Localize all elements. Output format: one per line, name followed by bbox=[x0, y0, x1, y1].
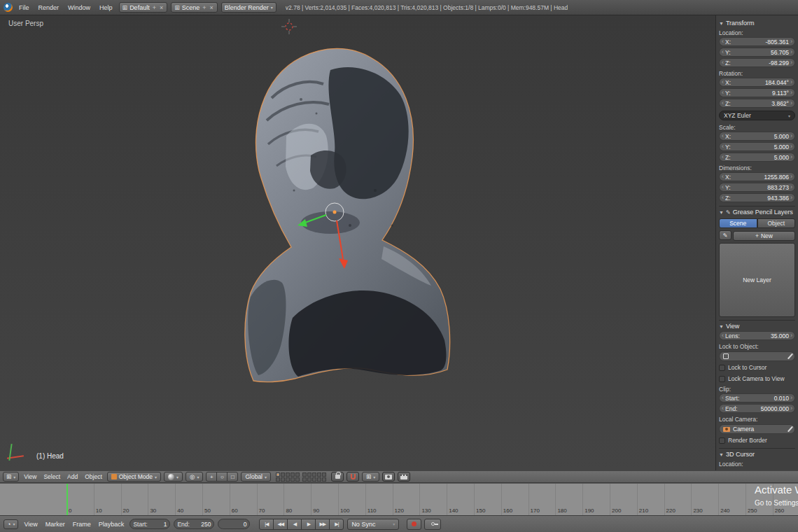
layer-cell[interactable] bbox=[281, 477, 285, 482]
increment-arrow-icon[interactable]: › bbox=[790, 59, 792, 66]
play-button[interactable]: ▶ bbox=[301, 519, 316, 530]
browse-scene-icon[interactable]: ⊞ bbox=[174, 4, 180, 11]
decrement-arrow-icon[interactable]: ‹ bbox=[722, 49, 724, 55]
increment-arrow-icon[interactable]: › bbox=[790, 144, 792, 150]
play-reverse-button[interactable]: ◀ bbox=[287, 519, 302, 530]
av-sync-select[interactable]: No Sync ▾ bbox=[347, 519, 399, 530]
gp-datablock-browse-button[interactable]: ✎ bbox=[719, 230, 732, 240]
layer-cell[interactable] bbox=[322, 472, 326, 477]
clip-end-field[interactable]: ‹ End: 50000.000 › bbox=[719, 404, 795, 413]
menu-playback[interactable]: Playback bbox=[97, 521, 127, 528]
decrement-arrow-icon[interactable]: ‹ bbox=[722, 332, 724, 339]
manipulator-scale-button[interactable]: □ bbox=[227, 472, 238, 482]
opengl-render-animation-button[interactable] bbox=[398, 472, 410, 482]
scale-y-field[interactable]: ‹ Y: 5.000 › bbox=[719, 142, 795, 151]
viewport-3d[interactable]: User Persp (1) Head bbox=[0, 15, 798, 470]
increment-arrow-icon[interactable]: › bbox=[790, 49, 792, 55]
menu-view[interactable]: View bbox=[22, 521, 39, 528]
decrement-arrow-icon[interactable]: ‹ bbox=[722, 174, 724, 180]
frame-start-field[interactable]: Start: 1 bbox=[130, 519, 170, 529]
pivot-select[interactable]: ◎ ▾ bbox=[186, 472, 203, 482]
decrement-arrow-icon[interactable]: ‹ bbox=[722, 133, 724, 139]
menu-render[interactable]: Render bbox=[36, 4, 62, 11]
decrement-arrow-icon[interactable]: ‹ bbox=[722, 154, 724, 160]
lock-to-scene-button[interactable] bbox=[331, 472, 344, 482]
jump-to-start-button[interactable]: |◀ bbox=[259, 519, 274, 530]
layer-cell[interactable] bbox=[295, 472, 300, 477]
menu-file[interactable]: File bbox=[16, 4, 32, 11]
increment-arrow-icon[interactable]: › bbox=[790, 405, 792, 412]
lock-camera-to-view-checkbox[interactable]: Lock Camera to View bbox=[719, 375, 795, 382]
panel-3d-cursor-header[interactable]: ▼ 3D Cursor bbox=[719, 448, 795, 459]
decrement-arrow-icon[interactable]: ‹ bbox=[722, 59, 724, 66]
dimensions-z-field[interactable]: ‹ Z: 943.386 › bbox=[719, 193, 795, 202]
add-scene-button[interactable]: + bbox=[202, 4, 206, 11]
eyedropper-icon[interactable] bbox=[788, 426, 793, 433]
layer-cell[interactable] bbox=[317, 477, 321, 482]
lens-field[interactable]: ‹ Lens: 35.000 › bbox=[719, 331, 795, 340]
prev-keyframe-button[interactable]: ◀◀ bbox=[273, 519, 288, 530]
layer-cell[interactable] bbox=[281, 472, 285, 477]
panel-transform-header[interactable]: ▼ Transform bbox=[719, 18, 795, 28]
render-engine-select[interactable]: Blender Render ▾ bbox=[221, 2, 276, 13]
snap-toggle-button[interactable] bbox=[346, 472, 359, 482]
eyedropper-icon[interactable] bbox=[788, 354, 793, 360]
panel-view-header[interactable]: ▼ View bbox=[719, 320, 795, 331]
increment-arrow-icon[interactable]: › bbox=[790, 90, 792, 96]
lock-object-field[interactable] bbox=[719, 351, 795, 361]
orientation-select[interactable]: Global ▾ bbox=[241, 472, 271, 482]
location-x-field[interactable]: ‹ X: -805.361 › bbox=[719, 37, 795, 46]
increment-arrow-icon[interactable]: › bbox=[790, 79, 792, 85]
keying-set-button[interactable] bbox=[424, 519, 441, 530]
increment-arrow-icon[interactable]: › bbox=[790, 174, 792, 180]
collapse-triangle-icon[interactable]: ▼ bbox=[719, 324, 724, 329]
location-z-field[interactable]: ‹ Z: -98.299 › bbox=[719, 58, 795, 67]
layer-cell[interactable] bbox=[312, 472, 316, 477]
menu-marker[interactable]: Marker bbox=[43, 521, 67, 528]
layer-cell[interactable] bbox=[322, 477, 326, 482]
rotation-z-field[interactable]: ‹ Z: 3.862° › bbox=[719, 99, 795, 108]
delete-scene-button[interactable]: × bbox=[209, 4, 214, 11]
menu-window[interactable]: Window bbox=[65, 4, 93, 11]
add-layout-button[interactable]: + bbox=[152, 4, 157, 11]
jump-to-end-button[interactable]: ▶| bbox=[329, 519, 344, 530]
render-border-checkbox[interactable]: Render Border bbox=[719, 437, 795, 444]
mode-select[interactable]: Object Mode ▾ bbox=[107, 472, 161, 482]
decrement-arrow-icon[interactable]: ‹ bbox=[722, 100, 724, 106]
layer-cell[interactable] bbox=[312, 477, 316, 482]
decrement-arrow-icon[interactable]: ‹ bbox=[722, 184, 724, 190]
dimensions-x-field[interactable]: ‹ X: 1255.806 › bbox=[719, 172, 795, 181]
menu-add[interactable]: Add bbox=[65, 473, 80, 480]
decrement-arrow-icon[interactable]: ‹ bbox=[722, 38, 724, 45]
gp-new-button[interactable]: + New bbox=[733, 231, 795, 241]
rotation-x-field[interactable]: ‹ X: 184.044° › bbox=[719, 78, 795, 87]
layer-cell[interactable] bbox=[307, 477, 312, 482]
blender-logo-icon[interactable] bbox=[4, 3, 13, 12]
layer-cell[interactable] bbox=[307, 472, 312, 477]
layer-cell[interactable] bbox=[295, 477, 300, 482]
increment-arrow-icon[interactable]: › bbox=[790, 154, 792, 160]
current-frame-field[interactable]: 0 bbox=[218, 519, 250, 529]
increment-arrow-icon[interactable]: › bbox=[790, 100, 792, 106]
layers-widget[interactable] bbox=[276, 472, 326, 482]
record-button[interactable] bbox=[407, 519, 421, 530]
menu-frame[interactable]: Frame bbox=[71, 521, 93, 528]
timeline-editor-type-button[interactable]: ◔ ▾ bbox=[4, 519, 18, 529]
layer-cell[interactable] bbox=[276, 477, 280, 482]
scene-selector[interactable]: ⊞ Scene + × bbox=[171, 2, 218, 13]
opengl-render-image-button[interactable] bbox=[382, 472, 395, 482]
snap-element-select[interactable]: ⊞ ▾ bbox=[362, 472, 379, 482]
model-head-bust[interactable] bbox=[245, 48, 450, 382]
playhead[interactable] bbox=[66, 484, 68, 515]
decrement-arrow-icon[interactable]: ‹ bbox=[722, 195, 724, 201]
manipulator-translate-button[interactable]: + bbox=[206, 472, 217, 482]
menu-help[interactable]: Help bbox=[97, 4, 115, 11]
increment-arrow-icon[interactable]: › bbox=[790, 38, 792, 45]
menu-object[interactable]: Object bbox=[83, 473, 104, 480]
layer-cell[interactable] bbox=[276, 472, 280, 477]
decrement-arrow-icon[interactable]: ‹ bbox=[722, 395, 724, 401]
layer-cell[interactable] bbox=[290, 472, 295, 477]
scale-x-field[interactable]: ‹ X: 5.000 › bbox=[719, 132, 795, 141]
increment-arrow-icon[interactable]: › bbox=[790, 184, 792, 190]
collapse-triangle-icon[interactable]: ▼ bbox=[719, 21, 724, 26]
